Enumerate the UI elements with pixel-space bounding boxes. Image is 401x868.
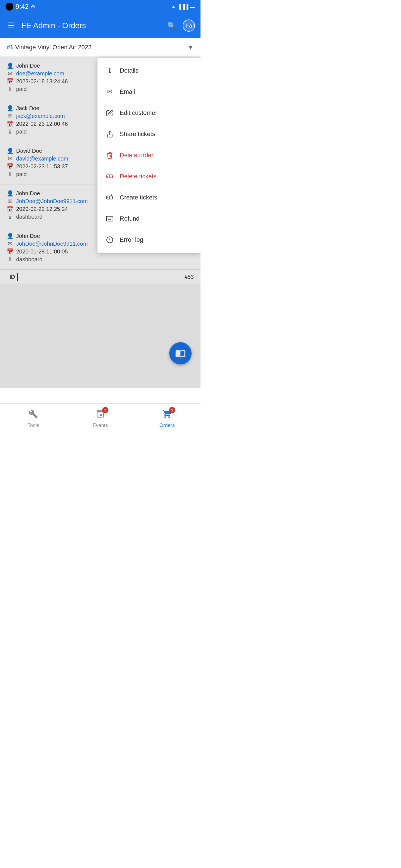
- menu-label-email: Email: [120, 88, 135, 95]
- main-content: 👤 John Doe ✉ doe@example.com 📅 2023-02-1…: [0, 57, 200, 388]
- events-badge-count: 3: [102, 407, 108, 413]
- menu-label-delete-order: Delete order: [120, 152, 153, 159]
- orders-nav-label: Orders: [159, 423, 175, 428]
- event-dropdown[interactable]: #1 Vintage Vinyl Open Air 2023 ▼: [0, 38, 200, 57]
- event-name: Vintage Vinyl Open Air 2023: [15, 44, 92, 51]
- nav-item-events[interactable]: 3 Events: [67, 407, 134, 431]
- signal-icon: ⊕: [31, 4, 35, 10]
- orders-badge-container: 5: [162, 409, 172, 421]
- signal-bars-icon: ▐▐▐: [178, 4, 188, 10]
- dropdown-chevron-icon: ▼: [187, 43, 194, 51]
- menu-label-share-tickets: Share tickets: [120, 130, 155, 138]
- menu-item-share-tickets[interactable]: Share tickets: [97, 124, 200, 145]
- email-menu-icon: ✉: [105, 87, 114, 96]
- menu-label-details: Details: [120, 67, 138, 74]
- menu-item-delete-tickets[interactable]: Delete tickets: [97, 166, 200, 187]
- nav-item-orders[interactable]: 5 Orders: [134, 407, 200, 431]
- status-bar-icons: ▲ ▐▐▐ ▬: [171, 4, 195, 10]
- menu-item-error-log[interactable]: Error log: [97, 229, 200, 250]
- search-button[interactable]: 🔍: [165, 19, 178, 32]
- context-menu: ℹ Details ✉ Email Edit customer: [97, 58, 200, 253]
- delete-tickets-icon: [105, 172, 114, 181]
- menu-item-create-tickets[interactable]: Create tickets: [97, 187, 200, 208]
- menu-item-details[interactable]: ℹ Details: [97, 60, 200, 81]
- svg-rect-6: [106, 216, 113, 221]
- tools-nav-icon: [29, 409, 38, 421]
- dropdown-text: #1 Vintage Vinyl Open Air 2023: [7, 44, 92, 51]
- menu-label-error-log: Error log: [120, 236, 143, 243]
- menu-item-delete-order[interactable]: Delete order: [97, 145, 200, 166]
- edit-customer-icon: [105, 108, 114, 117]
- error-log-icon: [105, 235, 114, 244]
- details-icon: ℹ: [105, 66, 114, 75]
- status-bar: 9:42 ⊕ ▲ ▐▐▐ ▬: [0, 0, 200, 13]
- hamburger-button[interactable]: ☰: [6, 19, 17, 33]
- status-time: 9:42: [16, 3, 29, 10]
- bottom-nav: Tools 3 Events 5 Orders: [0, 403, 200, 434]
- circle-icon: [6, 3, 13, 10]
- tools-nav-label: Tools: [28, 423, 39, 428]
- avatar[interactable]: Fa: [183, 20, 195, 32]
- events-badge-container: 3: [95, 409, 105, 421]
- wifi-icon: ▲: [171, 4, 176, 10]
- create-tickets-icon: [105, 193, 114, 202]
- event-hashtag: #1: [7, 44, 13, 51]
- menu-item-edit-customer[interactable]: Edit customer: [97, 102, 200, 124]
- menu-item-email[interactable]: ✉ Email: [97, 81, 200, 102]
- menu-label-edit-customer: Edit customer: [120, 109, 157, 117]
- header-title: FE Admin - Orders: [22, 21, 161, 30]
- app-header: ☰ FE Admin - Orders 🔍 Fa: [0, 13, 200, 38]
- nav-item-tools[interactable]: Tools: [0, 407, 67, 431]
- menu-item-refund[interactable]: Refund: [97, 208, 200, 229]
- orders-badge-count: 5: [169, 407, 175, 413]
- share-tickets-icon: [105, 130, 114, 138]
- menu-label-create-tickets: Create tickets: [120, 194, 157, 201]
- battery-icon: ▬: [190, 4, 195, 10]
- status-bar-left: 9:42 ⊕: [6, 3, 35, 10]
- events-nav-label: Events: [92, 423, 108, 428]
- delete-order-icon: [105, 151, 114, 160]
- menu-label-delete-tickets: Delete tickets: [120, 173, 156, 180]
- menu-label-refund: Refund: [120, 215, 140, 222]
- refund-icon: [105, 214, 114, 223]
